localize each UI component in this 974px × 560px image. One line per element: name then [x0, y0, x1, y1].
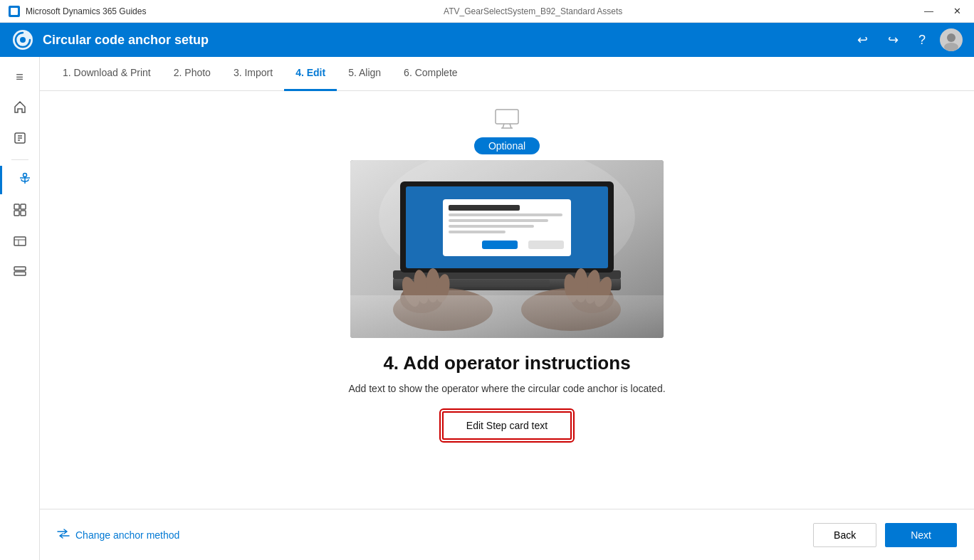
sidebar-item-steps[interactable] [6, 197, 34, 226]
svg-point-3 [947, 33, 955, 42]
sidebar: ≡ [0, 57, 40, 560]
app-logo [11, 28, 34, 51]
svg-rect-35 [449, 219, 548, 222]
svg-rect-37 [449, 231, 506, 233]
svg-rect-21 [496, 110, 518, 124]
svg-rect-14 [14, 211, 19, 216]
optional-area: Optional [474, 108, 540, 154]
title-bar-left: Microsoft Dynamics 365 Guides [9, 6, 146, 17]
app-name: Microsoft Dynamics 365 Guides [26, 6, 146, 16]
user-avatar[interactable] [940, 28, 963, 51]
edit-step-card-button[interactable]: Edit Step card text [442, 411, 572, 440]
guide-icon [13, 131, 27, 149]
step-heading: 4. Add operator instructions [383, 352, 630, 374]
tab-complete[interactable]: 6. Complete [392, 57, 468, 91]
tab-bar: 1. Download & Print 2. Photo 3. Import 4… [40, 57, 974, 91]
main-layout: ≡ [0, 57, 974, 560]
svg-rect-0 [11, 8, 18, 15]
redo-button[interactable]: ↪ [882, 29, 904, 51]
home-icon [13, 100, 27, 117]
close-button[interactable]: ✕ [949, 4, 965, 18]
footer-right: Back Next [813, 523, 957, 547]
svg-rect-33 [449, 205, 520, 211]
svg-point-9 [23, 173, 26, 176]
footer-bar: Change anchor method Back Next [40, 509, 974, 560]
svg-rect-34 [449, 213, 562, 216]
svg-rect-36 [449, 225, 534, 228]
title-bar: Microsoft Dynamics 365 Guides ATV_GearSe… [0, 0, 974, 23]
step-description: Add text to show the operator where the … [348, 383, 665, 394]
change-anchor-label: Change anchor method [75, 529, 179, 541]
app-header-right: ↩ ↪ ? [852, 28, 963, 51]
help-button[interactable]: ? [913, 30, 931, 51]
svg-point-2 [20, 37, 26, 43]
tab-import[interactable]: 3. Import [222, 57, 284, 91]
back-button[interactable]: Back [813, 523, 876, 547]
media-icon [13, 234, 27, 252]
app-icon [9, 6, 20, 17]
app-title: Circular code anchor setup [43, 33, 209, 48]
svg-rect-20 [14, 272, 26, 275]
window-title: ATV_GearSelectSystem_B92_Standard Assets [444, 6, 622, 16]
next-button[interactable]: Next [885, 523, 957, 547]
svg-rect-52 [350, 295, 664, 338]
svg-line-22 [503, 124, 504, 128]
steps-icon [13, 203, 27, 221]
svg-rect-39 [528, 241, 564, 249]
app-header-left: Circular code anchor setup [11, 28, 209, 51]
sidebar-item-assets[interactable] [6, 260, 34, 288]
change-anchor-icon [57, 529, 70, 541]
main-content: Optional [40, 91, 974, 509]
tab-photo[interactable]: 2. Photo [162, 57, 222, 91]
menu-icon: ≡ [16, 70, 23, 85]
undo-button[interactable]: ↩ [852, 29, 874, 51]
step-illustration [350, 160, 664, 338]
svg-rect-12 [14, 204, 19, 209]
optional-badge: Optional [474, 137, 540, 154]
monitor-icon [494, 108, 520, 134]
svg-line-23 [510, 124, 511, 128]
svg-rect-13 [21, 204, 26, 209]
sidebar-item-home[interactable] [6, 94, 34, 122]
sidebar-divider [11, 159, 28, 160]
title-bar-controls: — ✕ [920, 4, 965, 18]
svg-rect-19 [14, 267, 26, 270]
sidebar-item-media[interactable] [6, 228, 34, 257]
svg-rect-38 [482, 241, 518, 249]
assets-icon [13, 265, 27, 283]
minimize-button[interactable]: — [920, 4, 938, 18]
svg-rect-16 [14, 237, 26, 245]
sidebar-item-menu[interactable]: ≡ [6, 63, 34, 91]
content-area: 1. Download & Print 2. Photo 3. Import 4… [40, 57, 974, 560]
tab-download-print[interactable]: 1. Download & Print [51, 57, 162, 91]
app-header: Circular code anchor setup ↩ ↪ ? [0, 23, 974, 57]
sidebar-item-anchor[interactable] [0, 166, 39, 194]
svg-rect-15 [21, 211, 26, 216]
svg-point-4 [944, 43, 958, 51]
tab-edit[interactable]: 4. Edit [284, 57, 337, 91]
anchor-icon [18, 171, 32, 189]
tab-align[interactable]: 5. Align [337, 57, 392, 91]
sidebar-item-guide[interactable] [6, 125, 34, 154]
change-anchor-button[interactable]: Change anchor method [57, 529, 179, 541]
